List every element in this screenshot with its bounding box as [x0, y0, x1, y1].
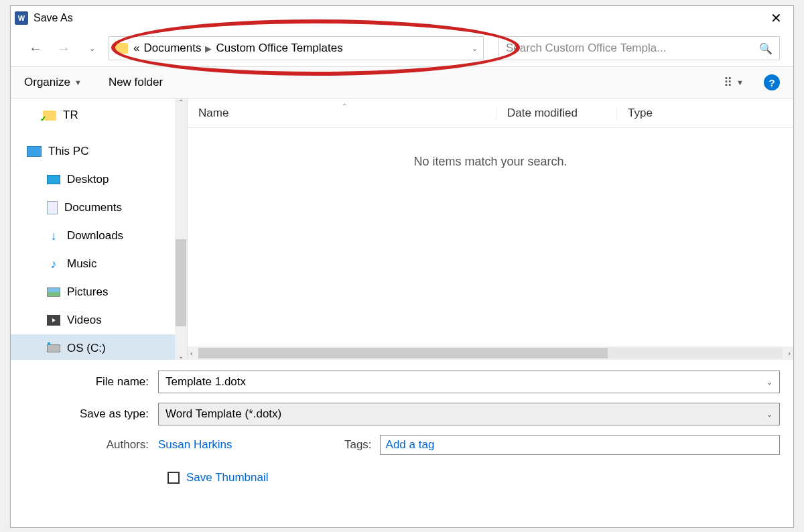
pc-icon — [27, 146, 42, 157]
scroll-up-icon[interactable]: ⌃ — [178, 98, 184, 106]
type-combo[interactable]: Word Template (*.dotx) ⌄ — [158, 403, 780, 425]
chevron-right-icon[interactable]: ▶ — [205, 44, 212, 54]
sidebar-scrollbar[interactable]: ⌃ ⌄ — [175, 98, 187, 360]
sidebar-item-pictures[interactable]: Pictures — [11, 278, 187, 306]
sidebar-item-osc[interactable]: OS (C:) — [11, 334, 187, 360]
type-label: Save as type: — [24, 407, 158, 421]
tags-label: Tags: — [340, 438, 380, 452]
scroll-down-icon[interactable]: ⌄ — [178, 352, 184, 360]
folder-icon — [115, 43, 128, 54]
new-folder-button[interactable]: New folder — [109, 76, 163, 89]
sort-asc-icon: ⌃ — [342, 103, 347, 110]
tags-input[interactable]: Add a tag — [380, 435, 780, 455]
titlebar: W Save As ✕ — [11, 6, 793, 30]
empty-message: No items match your search. — [188, 155, 793, 169]
forward-button[interactable]: → — [52, 37, 75, 60]
toolbar: Organize▼ New folder ⠿▼ ? — [11, 66, 793, 98]
folder-check-icon — [43, 111, 56, 121]
music-icon: ♪ — [47, 258, 60, 270]
help-button[interactable]: ? — [764, 74, 780, 90]
sidebar-item-music[interactable]: ♪ Music — [11, 250, 187, 278]
address-dropdown-icon[interactable]: ⌄ — [472, 44, 478, 53]
thumbnail-checkbox[interactable] — [168, 472, 180, 484]
scroll-thumb[interactable] — [198, 348, 608, 358]
view-icon: ⠿ — [724, 75, 732, 90]
word-icon: W — [15, 11, 28, 25]
save-form: File name: Template 1.dotx ⌄ Save as typ… — [11, 360, 793, 488]
scroll-right-icon[interactable]: › — [785, 349, 793, 357]
search-placeholder: Search Custom Office Templa... — [506, 42, 666, 55]
sidebar-item-tr[interactable]: TR — [11, 101, 187, 129]
breadcrumb-templates[interactable]: Custom Office Templates — [216, 42, 342, 55]
downloads-icon: ↓ — [47, 230, 60, 242]
column-name[interactable]: Name ⌃ — [188, 107, 496, 120]
filename-label: File name: — [24, 375, 158, 389]
breadcrumb-prefix: « — [133, 42, 139, 55]
search-icon[interactable]: 🔍 — [759, 42, 773, 55]
scroll-left-icon[interactable]: ‹ — [188, 349, 196, 357]
authors-label: Authors: — [24, 438, 158, 452]
sidebar-item-videos[interactable]: Videos — [11, 306, 187, 334]
nav-tree[interactable]: TR This PC Desktop Documents ↓ Downloads… — [11, 98, 188, 360]
videos-icon — [47, 315, 60, 326]
scroll-thumb[interactable] — [176, 239, 186, 326]
drive-icon — [47, 344, 60, 352]
caret-down-icon: ▼ — [74, 78, 82, 86]
search-input[interactable]: Search Custom Office Templa... 🔍 — [498, 36, 780, 60]
dropdown-icon[interactable]: ⌄ — [766, 410, 773, 419]
view-options-button[interactable]: ⠿▼ — [724, 75, 744, 90]
address-bar[interactable]: « Documents ▶ Custom Office Templates ⌄ — [109, 36, 484, 60]
recent-dropdown[interactable]: ⌄ — [80, 37, 103, 60]
explorer-body: TR This PC Desktop Documents ↓ Downloads… — [11, 98, 793, 360]
sidebar-item-thispc[interactable]: This PC — [11, 137, 187, 165]
column-type[interactable]: Type — [616, 107, 793, 120]
breadcrumb-documents[interactable]: Documents — [143, 42, 201, 55]
file-list: Name ⌃ Date modified Type No items match… — [188, 98, 793, 360]
pictures-icon — [47, 287, 60, 297]
authors-value[interactable]: Susan Harkins — [158, 438, 232, 452]
horizontal-scrollbar[interactable]: ‹ › — [188, 346, 793, 360]
documents-icon — [47, 201, 58, 214]
organize-button[interactable]: Organize▼ — [24, 76, 82, 89]
sidebar-item-documents[interactable]: Documents — [11, 194, 187, 222]
nav-bar: ← → ⌄ « Documents ▶ Custom Office Templa… — [11, 30, 793, 66]
sidebar-item-downloads[interactable]: ↓ Downloads — [11, 222, 187, 250]
column-date[interactable]: Date modified — [496, 107, 616, 120]
window-title: Save As — [34, 12, 73, 24]
sidebar-item-desktop[interactable]: Desktop — [11, 165, 187, 194]
back-button[interactable]: ← — [24, 37, 47, 60]
filename-input[interactable]: Template 1.dotx ⌄ — [158, 371, 780, 393]
save-as-dialog: W Save As ✕ ← → ⌄ « Documents ▶ Custom O… — [10, 5, 794, 528]
thumbnail-label[interactable]: Save Thumbnail — [186, 471, 269, 484]
column-headers: Name ⌃ Date modified Type — [188, 98, 793, 128]
dropdown-icon[interactable]: ⌄ — [766, 378, 773, 387]
desktop-icon — [47, 175, 60, 184]
close-button[interactable]: ✕ — [762, 8, 789, 28]
caret-down-icon: ▼ — [736, 78, 744, 86]
